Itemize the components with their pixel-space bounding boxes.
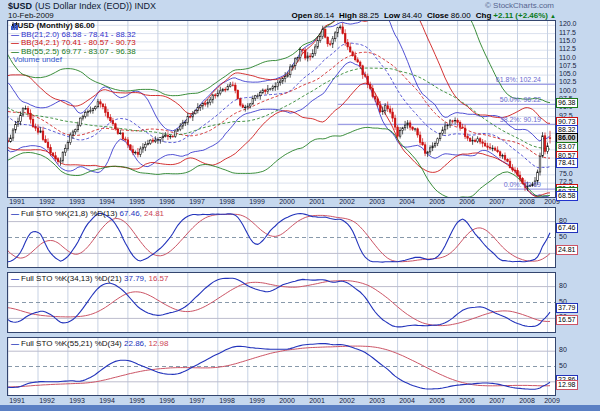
x-axis-years-top: 1991199219931994199519961997199819992000… [7,198,556,206]
price-flag: 96.38 [556,98,578,108]
x-axis-years-bottom: 1991199219931994199519961997199819992000… [7,397,556,405]
ohlc-value: 88.25 [359,11,379,20]
year-label: 1996 [156,198,178,206]
year-label: 2003 [366,198,388,206]
stochastic-panel-2: —Full STO %K(34,13) %D(21) 37.79, 16.57 [7,272,556,333]
stochastic-panel-1: —Full STO %K(21,8) %D(13) 67.46, 24.81 [7,207,556,268]
year-label: 2006 [456,198,478,206]
chart-header: $USD(US Dollar Index (EOD)) INDX [8,1,553,11]
stoch-k-flag: 37.79 [556,303,578,313]
year-label: 1996 [156,397,178,405]
ohlc-label: Chg [476,11,492,20]
year-label: 1997 [186,198,208,206]
price-axis-tick: 110.0 [559,54,576,62]
year-label: 2000 [276,198,298,206]
year-label: 2008 [516,198,538,206]
year-label: 1995 [126,198,148,206]
price-axis-tick: 117.5 [559,29,576,37]
stoch-d-flag: 12.98 [556,380,578,390]
year-label: 2007 [486,198,508,206]
chart-date: 10-Feb-2009 [8,11,54,20]
chart-title: (US Dollar Index (EOD)) INDX [35,1,156,11]
year-label: 2005 [426,198,448,206]
price-axis-tick: 112.5 [559,45,576,53]
year-label: 1999 [246,198,268,206]
stoch2-canvas [8,273,555,332]
stoch-axis-tick: 80 [559,346,567,354]
bottom-border-bar [0,405,600,411]
stoch-k-flag: 67.46 [556,223,578,233]
year-label: 2004 [396,397,418,405]
stoch-axis-tick: 50 [559,362,567,370]
stockcharts-chart: $USD(US Dollar Index (EOD)) INDX © Stock… [0,0,600,411]
ohlc-label: High [339,11,357,20]
year-label: 2002 [336,397,358,405]
year-label: 2001 [306,397,328,405]
year-label: 1998 [216,397,238,405]
stoch1-canvas [8,208,555,267]
year-label: 2001 [306,198,328,206]
price-axis-tick: 115.0 [559,37,576,45]
year-label: 1991 [6,397,28,405]
year-label: 2002 [336,198,358,206]
ohlc-label: Close [427,11,449,20]
stochastic-panel-3: —Full STO %K(55,21) %D(34) 22.86, 12.98 [7,337,556,396]
price-axis: 80502067.4624.8180502037.7916.5780502022… [556,0,600,411]
year-label: 1992 [36,397,58,405]
price-axis-tick: 107.5 [559,62,577,70]
ohlc-value: 84.40 [402,11,422,20]
stoch3-canvas [8,338,555,395]
year-label: 1993 [66,397,88,405]
year-label: 2000 [276,397,298,405]
year-label: 1995 [126,397,148,405]
price-axis-tick: 102.5 [559,78,577,86]
ohlc-value: +2.11 (+2.46%) [493,11,548,20]
stoch-axis-tick: 50 [559,233,567,241]
year-label: 2008 [516,397,538,405]
price-flag: 68.58 [556,191,578,201]
year-label: 2004 [396,198,418,206]
ohlc-label: Low [384,11,400,20]
ohlc-label: Open [292,11,312,20]
price-axis-tick: 105.0 [559,70,577,78]
year-label: 1994 [96,198,118,206]
price-chart-canvas [8,21,555,197]
price-axis-tick: 100.0 [559,87,577,95]
year-label: 1997 [186,397,208,405]
year-label: 2006 [456,397,478,405]
stockcharts-credit: © StockCharts.com [485,1,554,10]
stoch-d-flag: 16.57 [556,315,578,325]
year-label: 1993 [66,198,88,206]
price-chart: $USD (Monthly) 86.00 —BB(21,2.0) 68.58 -… [7,20,556,198]
year-label: 2007 [486,397,508,405]
chart-subheader: 10-Feb-2009 Open86.14High88.25Low84.40Cl… [8,11,556,20]
price-flag: 78.41 [556,158,578,168]
year-label: 1999 [246,397,268,405]
stoch-axis-tick: 80 [559,282,567,290]
year-label: 1994 [96,397,118,405]
ohlc-value: 86.00 [451,11,471,20]
year-label: 2003 [366,397,388,405]
price-axis-tick: 120.0 [559,20,577,28]
year-label: 1991 [6,198,28,206]
price-axis-tick: 75.0 [559,170,573,178]
year-label: 2005 [426,397,448,405]
year-label: 1998 [216,198,238,206]
symbol-label: $USD [8,1,32,11]
year-label: 1992 [36,198,58,206]
stoch-d-flag: 24.81 [556,245,578,255]
ohlc-value: 86.14 [314,11,334,20]
